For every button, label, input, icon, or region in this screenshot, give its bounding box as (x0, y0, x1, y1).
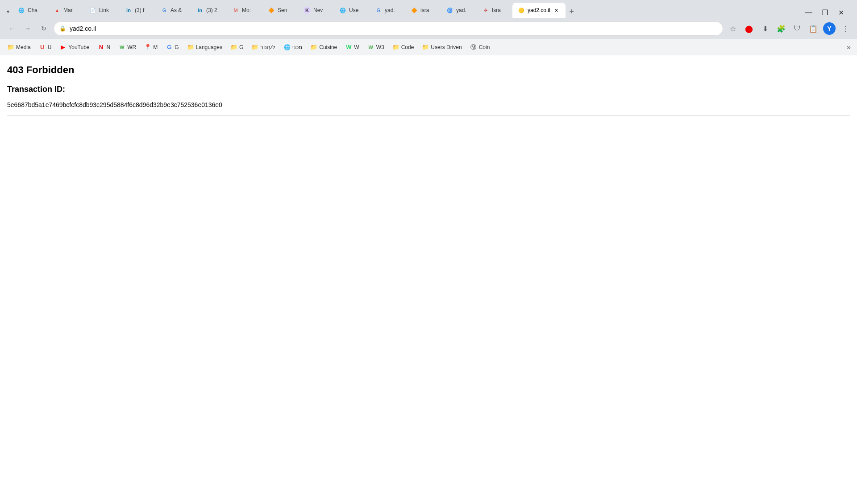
tab-linkedin2[interactable]: in (3) 2 (191, 3, 227, 18)
url-text: yad2.co.il (70, 25, 717, 32)
bookmark-wr-label: WR (127, 44, 136, 50)
coin-icon: Ⓜ (470, 44, 477, 51)
bookmark-youtube-label: YouTube (68, 44, 89, 50)
menu-button[interactable]: ⋮ (839, 22, 852, 35)
bookmark-n[interactable]: N N (94, 42, 114, 53)
address-bar[interactable]: 🔒 yad2.co.il (54, 21, 723, 36)
opera-button[interactable]: ⬤ (743, 22, 755, 35)
reload-button[interactable]: ↻ (37, 22, 50, 35)
tab-label-mar: Mar (63, 7, 79, 13)
bookmark-youtube[interactable]: ▶ YouTube (56, 42, 93, 53)
bookmark-w[interactable]: W W (341, 42, 362, 53)
forward-button[interactable]: → (21, 22, 34, 35)
bookmark-languages-label: Languages (196, 44, 222, 50)
bookmark-usersdriven[interactable]: 📁 Users Driven (418, 42, 465, 53)
tab-label-use: Use (349, 7, 364, 13)
adblock-button[interactable]: 🛡 (791, 22, 803, 35)
profile-button[interactable]: Y (823, 22, 836, 35)
tab-favicon-sem: 🔶 (268, 7, 275, 14)
bookmark-n-label: N (107, 44, 111, 50)
bookmark-machani[interactable]: 🌐 מכני (280, 42, 306, 53)
tab-bar: ▾ 🌐 Cha ▲ Mar 📄 Link in (3) f G As & in … (0, 0, 857, 18)
maximize-button[interactable]: ❐ (820, 7, 830, 18)
tab-active[interactable]: 🟡 yad2.co.il ✕ (512, 3, 566, 18)
download-button[interactable]: ⬇ (759, 22, 771, 35)
tab-dropdown[interactable]: ▾ (4, 5, 12, 18)
tab-label-yad: yad. (385, 7, 400, 13)
bookmark-leaznor[interactable]: 📁 לעזנור (248, 42, 279, 53)
folder-icon-cuisine: 📁 (310, 44, 317, 51)
bookmarks-bar: 📁 Media U U ▶ YouTube N N W WR 📍 M G G (0, 39, 857, 55)
tab-label-link: Link (99, 7, 114, 13)
new-tab-button[interactable]: + (566, 5, 578, 18)
bookmark-w3[interactable]: W W3 (364, 42, 388, 53)
bookmark-coin-label: Coin (479, 44, 490, 50)
bookmark-wr[interactable]: W WR (115, 42, 140, 53)
tab-mar[interactable]: ▲ Mar (48, 3, 84, 18)
tab-label-linkedin2: (3) 2 (206, 7, 221, 13)
close-button[interactable]: ✕ (836, 7, 846, 18)
tab-yad2[interactable]: 🌀 yad. (441, 3, 477, 18)
tab-favicon-linkedin2: in (196, 7, 204, 14)
folder-icon-leaznor: 📁 (251, 44, 258, 51)
minimize-button[interactable]: — (803, 7, 814, 18)
tab-yad[interactable]: G yad. (370, 3, 405, 18)
tab-label-isra2: Isra (492, 7, 507, 13)
bookmarks-more-button[interactable]: » (844, 41, 853, 53)
tab-link[interactable]: 📄 Link (84, 3, 120, 18)
bookmark-star-button[interactable]: ☆ (727, 22, 739, 35)
tab-label-linkedin: (3) f (135, 7, 150, 13)
extensions-button[interactable]: 🧩 (775, 22, 787, 35)
bookmark-coin[interactable]: Ⓜ Coin (466, 42, 494, 53)
bookmark-g2[interactable]: 📁 G (227, 42, 247, 53)
tab-label-mo: Mo: (242, 7, 257, 13)
tab-label-active: yad2.co.il (528, 7, 550, 13)
tab-close-active[interactable]: ✕ (553, 7, 560, 14)
tab-isra2[interactable]: ✈ Isra (477, 3, 512, 18)
tab-use[interactable]: 🌐 Use (334, 3, 370, 18)
bookmark-code[interactable]: 📁 Code (389, 42, 418, 53)
bookmark-g[interactable]: G G (162, 42, 182, 53)
tab-sem[interactable]: 🔶 Sen (262, 3, 298, 18)
tab-cha[interactable]: 🌐 Cha (12, 3, 48, 18)
folder-icon-code: 📁 (392, 44, 399, 51)
tab-linkedin[interactable]: in (3) f (120, 3, 155, 18)
wr-icon: W (118, 44, 125, 51)
folder-icon-usersdriven: 📁 (422, 44, 429, 51)
bookmark-w-label: W (354, 44, 359, 50)
tab-favicon-use: 🌐 (339, 7, 346, 14)
bookmark-u[interactable]: U U (35, 42, 55, 53)
tab-isr[interactable]: 🔶 isra (405, 3, 441, 18)
tab-favicon-nev: K (304, 7, 311, 14)
bookmark-cuisine[interactable]: 📁 Cuisine (307, 42, 341, 53)
bookmark-m-label: M (153, 44, 158, 50)
tab-label-cha: Cha (28, 7, 43, 13)
folder-icon-languages: 📁 (187, 44, 194, 51)
bookmark-usersdriven-label: Users Driven (431, 44, 462, 50)
bookmark-languages[interactable]: 📁 Languages (183, 42, 226, 53)
tab-mo[interactable]: M Mo: (227, 3, 262, 18)
bookmark-media-label: Media (16, 44, 31, 50)
netflix-icon: N (98, 44, 105, 51)
tab-favicon-yad: G (375, 7, 382, 14)
window-controls: — ❐ ✕ (796, 7, 853, 18)
bookmark-g2-label: G (239, 44, 243, 50)
folder-icon-g2: 📁 (230, 44, 237, 51)
transaction-id: 5e6687bd5a1e7469bcfcfc8db93c295d5884f6c8… (7, 101, 850, 108)
tab-favicon-mo: M (232, 7, 239, 14)
bookmark-m[interactable]: 📍 M (141, 42, 161, 53)
tab-favicon-isra2: ✈ (482, 7, 489, 14)
bookmark-media[interactable]: 📁 Media (4, 42, 34, 53)
reading-list-button[interactable]: 📋 (807, 22, 820, 35)
bookmark-g-label: G (175, 44, 179, 50)
tab-nev[interactable]: K Nev (298, 3, 334, 18)
tab-label-as: As & (171, 7, 186, 13)
google-icon: G (166, 44, 173, 51)
back-button[interactable]: ← (5, 22, 18, 35)
tab-favicon-mar: ▲ (54, 7, 61, 14)
maps-icon: 📍 (144, 44, 151, 51)
tab-label-sem: Sen (278, 7, 293, 13)
page-content: 403 Forbidden Transaction ID: 5e6687bd5a… (0, 55, 857, 457)
bookmark-u-label: U (48, 44, 52, 50)
tab-as[interactable]: G As & (155, 3, 191, 18)
